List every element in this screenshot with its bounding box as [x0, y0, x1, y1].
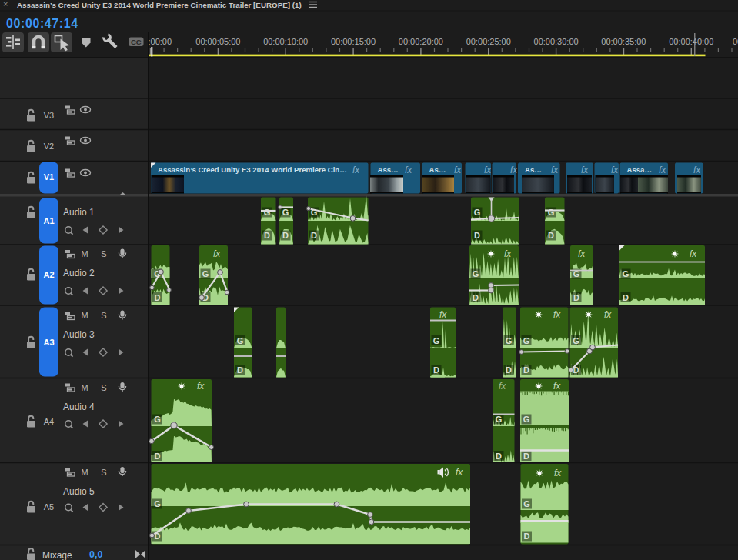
svg-text:G: G [573, 336, 579, 345]
svg-text:fx: fx [553, 381, 561, 392]
svg-text:Mixage: Mixage [42, 550, 72, 560]
svg-text:00:00:40:00: 00:00:40:00 [669, 37, 713, 46]
svg-text:00:00:25:00: 00:00:25:00 [466, 37, 511, 46]
svg-text:V2: V2 [44, 142, 54, 151]
svg-text:fx: fx [578, 248, 586, 259]
svg-text:D: D [155, 452, 161, 461]
svg-text:Audio 3: Audio 3 [63, 329, 95, 340]
svg-text:V3: V3 [44, 111, 54, 120]
svg-text:S: S [101, 468, 106, 477]
svg-text:V1: V1 [44, 172, 54, 182]
svg-text:D: D [523, 365, 529, 375]
svg-text:fx: fx [510, 165, 518, 175]
svg-text:G: G [523, 415, 530, 424]
svg-text:G: G [282, 208, 289, 217]
svg-text:fx: fx [197, 381, 205, 392]
svg-text:fx: fx [693, 165, 701, 175]
svg-text:fx: fx [213, 248, 221, 259]
svg-text:D: D [282, 231, 289, 240]
svg-text:fx: fx [604, 309, 612, 320]
svg-text:fx: fx [499, 381, 506, 392]
svg-text:D: D [473, 293, 479, 302]
svg-text:00:00:30:00: 00:00:30:00 [534, 37, 579, 46]
svg-text:G: G [433, 336, 440, 345]
svg-text:S: S [101, 383, 106, 392]
svg-text:G: G [496, 415, 503, 424]
svg-text:As…: As… [525, 165, 542, 174]
svg-text:D: D [548, 231, 554, 240]
svg-text:G: G [506, 336, 513, 345]
svg-text:D: D [474, 231, 480, 240]
svg-text:M: M [81, 468, 88, 477]
svg-text:G: G [523, 499, 530, 508]
svg-text:fx: fx [405, 165, 412, 175]
svg-text:fx: fx [352, 165, 360, 175]
svg-text:D: D [573, 293, 579, 302]
svg-text:G: G [237, 336, 244, 345]
svg-text:fx: fx [659, 165, 666, 175]
svg-text:M: M [81, 311, 88, 320]
svg-text:00:00:35:00: 00:00:35:00 [601, 37, 646, 46]
svg-text:Audio 2: Audio 2 [63, 268, 95, 278]
svg-text:fx: fx [454, 165, 462, 175]
svg-text:0,0: 0,0 [89, 549, 102, 560]
svg-text:G: G [154, 415, 161, 424]
svg-text:S: S [101, 249, 106, 258]
svg-text:D: D [155, 293, 161, 302]
svg-text:Ass…: Ass… [378, 165, 399, 174]
svg-text:M: M [81, 249, 88, 258]
svg-text:G: G [154, 499, 161, 508]
svg-text:fx: fx [456, 467, 463, 478]
svg-text:fx: fx [554, 468, 562, 478]
svg-text:Audio 5: Audio 5 [63, 486, 95, 497]
svg-text:A1: A1 [43, 216, 54, 225]
svg-text:Audio 1: Audio 1 [63, 207, 95, 218]
svg-text:G: G [202, 269, 209, 278]
svg-text:G: G [264, 208, 271, 217]
svg-text:G: G [548, 208, 555, 217]
svg-text:G: G [474, 208, 481, 217]
svg-text:D: D [311, 231, 317, 240]
svg-text:00:00:15:00: 00:00:15:00 [331, 37, 376, 46]
svg-text:fx: fx [484, 165, 492, 175]
svg-text:Assassin’s Creed Unity E3 2014: Assassin’s Creed Unity E3 2014 World Pre… [158, 165, 347, 174]
svg-text:A4: A4 [44, 417, 54, 426]
svg-text:fx: fx [690, 248, 697, 259]
svg-text:A5: A5 [44, 502, 54, 512]
svg-text:D: D [264, 231, 270, 240]
svg-text:Assassin’s Creed Unity E3 2014: Assassin’s Creed Unity E3 2014 World Pre… [17, 1, 302, 9]
svg-text:M: M [81, 383, 88, 392]
svg-text:As…: As… [429, 165, 446, 174]
svg-text:G: G [473, 269, 479, 278]
svg-text:Audio 4: Audio 4 [63, 402, 95, 412]
svg-text:G: G [623, 269, 629, 278]
svg-text:A2: A2 [43, 270, 54, 279]
svg-text:00:00:20:00: 00:00:20:00 [399, 37, 443, 46]
svg-text:D: D [524, 532, 530, 541]
svg-text:Assa…: Assa… [627, 165, 653, 174]
svg-text:D: D [496, 452, 502, 461]
svg-text:G: G [523, 336, 530, 345]
svg-text:00:00:47:14: 00:00:47:14 [6, 17, 78, 30]
svg-text:A3: A3 [43, 338, 54, 347]
svg-text:00: 00 [733, 37, 738, 46]
svg-text::00:00: :00:00 [149, 37, 172, 46]
svg-text:fx: fx [439, 309, 447, 320]
svg-text:D: D [506, 365, 512, 375]
svg-text:fx: fx [553, 309, 561, 320]
svg-text:00:00:10:00: 00:00:10:00 [263, 37, 308, 46]
svg-text:fx: fx [581, 165, 589, 175]
svg-text:fx: fx [551, 165, 559, 175]
svg-text:fx: fx [504, 248, 512, 259]
svg-text:S: S [101, 311, 106, 320]
svg-text:00:00:05:00: 00:00:05:00 [195, 37, 240, 46]
svg-text:D: D [433, 365, 439, 375]
svg-text:D: D [237, 365, 243, 375]
svg-text:fx: fx [611, 165, 619, 175]
svg-text:D: D [623, 293, 629, 302]
svg-text:×: × [3, 0, 8, 8]
svg-text:D: D [523, 452, 529, 461]
svg-text:CC: CC [131, 38, 142, 46]
